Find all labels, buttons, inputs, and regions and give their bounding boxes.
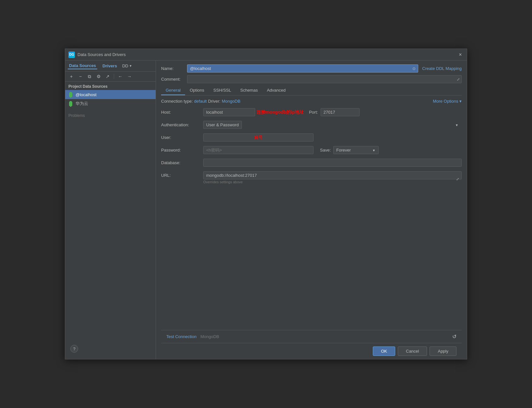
driver-label: Driver: <box>208 99 220 104</box>
password-label: Password: <box>161 148 203 153</box>
mongodb-icon-localhost <box>68 92 73 97</box>
main-content: Data Sources Drivers DD ▾ + − ⧉ ⚙ ↗ ← → … <box>65 61 467 359</box>
sidebar-toolbar: + − ⧉ ⚙ ↗ ← → <box>65 72 156 82</box>
right-panel: Name: ⊙ Create DDL Mapping Comment: ⤢ Ge… <box>156 61 467 359</box>
url-input[interactable] <box>203 171 462 179</box>
conn-type-label: Connection type: <box>161 99 193 104</box>
sidebar: Data Sources Drivers DD ▾ + − ⧉ ⚙ ↗ ← → … <box>65 61 156 359</box>
name-input[interactable] <box>187 64 418 73</box>
refresh-icon[interactable]: ↺ <box>452 334 456 340</box>
url-row: URL: ⤢ Overrides settings above <box>161 171 462 184</box>
back-button[interactable]: ← <box>117 73 124 80</box>
apply-button[interactable]: Apply <box>430 346 456 356</box>
tab-options[interactable]: Options <box>185 86 209 95</box>
form-section: Host: 连接mongodb的ip地址 Port: Authenticatio… <box>161 108 462 330</box>
connection-info-row: Connection type: default Driver: MongoDB… <box>161 99 462 104</box>
help-button[interactable]: ? <box>70 345 78 353</box>
comment-input-wrapper: ⤢ <box>187 75 462 83</box>
add-button[interactable]: + <box>68 73 75 80</box>
name-row: Name: ⊙ Create DDL Mapping <box>161 64 462 73</box>
copy-button[interactable]: ⧉ <box>86 73 93 80</box>
comment-label: Comment: <box>161 77 187 82</box>
close-button[interactable]: × <box>457 51 464 58</box>
export-button[interactable]: ↗ <box>104 73 111 80</box>
mongodb-bottom-label: MongoDB <box>200 334 219 339</box>
url-expand-icon[interactable]: ⤢ <box>456 177 459 181</box>
user-input[interactable] <box>203 133 313 142</box>
bottom-bar: Test Connection MongoDB ↺ <box>161 330 462 343</box>
url-input-wrapper: ⤢ Overrides settings above <box>203 171 462 184</box>
comment-expand-icon[interactable]: ⤢ <box>457 77 460 81</box>
sidebar-item-localhost[interactable]: @localhost <box>65 90 156 99</box>
ok-button[interactable]: OK <box>373 346 395 356</box>
title-bar: DG Data Sources and Drivers × <box>65 49 467 61</box>
sidebar-tab-arrow[interactable]: ▾ <box>130 64 132 68</box>
settings-button[interactable]: ⚙ <box>95 73 102 80</box>
tab-advanced[interactable]: Advanced <box>262 86 290 95</box>
sidebar-bottom: ? <box>65 120 156 359</box>
create-ddl-link[interactable]: Create DDL Mapping <box>422 66 462 71</box>
save-label: Save: <box>320 148 331 153</box>
problems-section: Problems <box>65 108 156 120</box>
remove-button[interactable]: − <box>77 73 84 80</box>
host-row: Host: 连接mongodb的ip地址 Port: <box>161 108 462 116</box>
overrides-text: Overrides settings above <box>203 180 462 184</box>
port-input[interactable] <box>321 108 360 116</box>
conn-type-value[interactable]: default <box>194 99 207 104</box>
tab-general[interactable]: General <box>161 86 185 95</box>
tabs-bar: General Options SSH/SSL Schemas Advanced <box>161 86 462 96</box>
user-label: User: <box>161 135 203 140</box>
test-connection-button[interactable]: Test Connection <box>166 334 196 339</box>
auth-label: Authentication: <box>161 122 203 127</box>
name-input-icon: ⊙ <box>412 66 416 71</box>
forward-button[interactable]: → <box>126 73 133 80</box>
database-row: Database: <box>161 159 462 167</box>
password-input[interactable] <box>203 146 313 154</box>
database-input[interactable] <box>203 159 462 167</box>
name-label: Name: <box>161 66 187 71</box>
sidebar-item-huawei[interactable]: 华为云 <box>65 99 156 108</box>
sidebar-tab-dd[interactable]: DD <box>122 63 128 68</box>
comment-input[interactable] <box>187 75 462 83</box>
sidebar-item-label-localhost: @localhost <box>76 92 97 97</box>
driver-value[interactable]: MongoDB <box>222 99 241 104</box>
app-icon: DG <box>68 51 75 58</box>
comment-row: Comment: ⤢ <box>161 75 462 83</box>
database-label: Database: <box>161 160 203 165</box>
title-bar-left: DG Data Sources and Drivers <box>68 51 126 58</box>
toolbar-separator <box>114 74 114 79</box>
host-input[interactable] <box>203 108 255 116</box>
tab-ssh-ssl[interactable]: SSH/SSL <box>209 86 236 95</box>
cancel-button[interactable]: Cancel <box>398 346 427 356</box>
sidebar-tab-data-sources[interactable]: Data Sources <box>68 62 97 69</box>
project-data-sources-title: Project Data Sources <box>65 82 156 90</box>
dialog-title: Data Sources and Drivers <box>77 52 126 57</box>
sidebar-tabs: Data Sources Drivers DD ▾ <box>65 61 156 72</box>
more-options-button[interactable]: More Options ▾ <box>433 99 462 104</box>
url-label: URL: <box>161 171 203 178</box>
password-row: Password: Save: Forever Until restart Ne… <box>161 146 462 154</box>
mongodb-icon-huawei <box>68 101 73 107</box>
user-row: User: <box>161 133 462 142</box>
host-annotation: 连接mongodb的ip地址 <box>256 109 304 115</box>
sidebar-tab-drivers[interactable]: Drivers <box>101 63 118 69</box>
port-label: Port: <box>309 110 318 115</box>
name-input-wrapper: ⊙ <box>187 64 418 73</box>
sidebar-item-label-huawei: 华为云 <box>76 101 88 107</box>
auth-row: Authentication: User & Password <box>161 121 462 129</box>
save-select[interactable]: Forever Until restart Never <box>333 146 379 154</box>
auth-select[interactable]: User & Password <box>203 121 242 129</box>
dialog-buttons: OK Cancel Apply <box>161 343 462 359</box>
save-select-wrapper: Forever Until restart Never <box>333 146 379 154</box>
data-sources-dialog: DG Data Sources and Drivers × Data Sourc… <box>65 49 467 359</box>
auth-select-wrapper: User & Password <box>203 121 462 129</box>
host-label: Host: <box>161 110 203 115</box>
tab-schemas[interactable]: Schemas <box>236 86 262 95</box>
